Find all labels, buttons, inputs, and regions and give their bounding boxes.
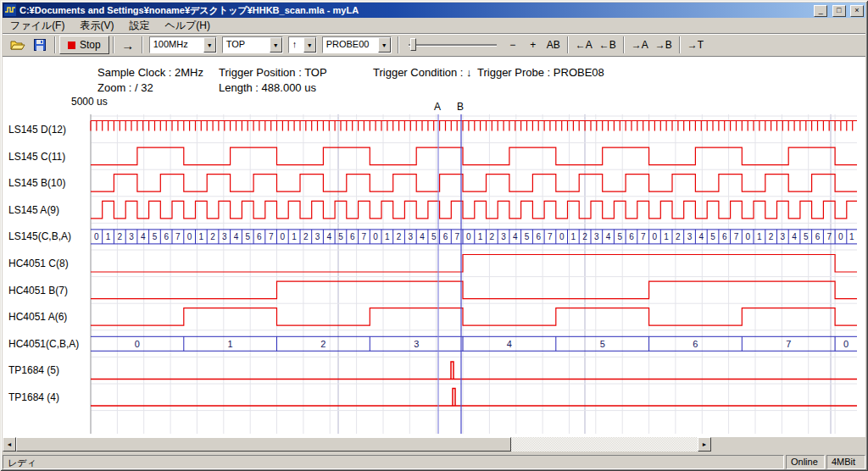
toolbar-separator <box>113 36 114 53</box>
menubar: ファイル(F) 表示(V) 設定 ヘルプ(H) <box>3 18 865 34</box>
goto-trigger-button[interactable]: →T <box>684 36 707 54</box>
goto-b-left-button[interactable]: ←B <box>596 36 620 54</box>
trigger-position-info: Trigger Position : TOP <box>219 66 327 79</box>
zoom-out-button[interactable]: − <box>503 36 523 54</box>
toolbar: Stop → 100MHz ▼ TOP ▼ ↑ ▼ PROBE00 ▼ − + … <box>3 34 865 57</box>
chevron-down-icon[interactable]: ▼ <box>303 37 316 53</box>
goto-a-right-button[interactable]: →A <box>628 36 652 54</box>
app-window: C:¥Documents and Settings¥noname¥デスクトップ¥… <box>0 0 868 471</box>
time-scale-label: 5000 us <box>71 96 108 108</box>
close-button[interactable]: × <box>850 5 864 17</box>
zoom-slider-track <box>409 44 497 46</box>
zoom-info: Zoom : / 32 <box>97 81 153 94</box>
goto-a-left-button[interactable]: ←A <box>572 36 596 54</box>
status-text: レディ <box>3 455 784 469</box>
run-button[interactable]: → <box>118 36 138 54</box>
sample-clock-select[interactable]: 100MHz ▼ <box>149 36 217 53</box>
open-file-button[interactable] <box>7 36 29 54</box>
channel-label: HC4051(C,B,A) <box>8 338 79 350</box>
menu-help[interactable]: ヘルプ(H) <box>157 17 218 35</box>
statusbar: レディ Online 4MBit <box>3 455 865 469</box>
maximize-button[interactable]: □ <box>832 5 846 17</box>
waveform-panel <box>3 57 865 437</box>
zoom-in-button[interactable]: + <box>523 36 543 54</box>
stop-button[interactable]: Stop <box>59 36 109 54</box>
toolbar-separator <box>398 36 399 53</box>
channel-label: LS145 B(10) <box>8 177 65 189</box>
window-title: C:¥Documents and Settings¥noname¥デスクトップ¥… <box>19 4 812 17</box>
trigger-probe-value: PROBE00 <box>323 37 378 53</box>
save-button[interactable] <box>29 36 51 54</box>
channel-label: HC4051 A(6) <box>8 311 67 323</box>
scrollbar-thumb[interactable] <box>16 437 511 452</box>
stop-button-label: Stop <box>80 39 101 51</box>
channel-label: HC4051 B(7) <box>8 285 68 296</box>
menu-settings[interactable]: 設定 <box>121 17 157 35</box>
channel-label: LS145 C(11) <box>8 151 65 163</box>
chevron-down-icon[interactable]: ▼ <box>270 37 282 53</box>
channel-label: LS145 D(12) <box>8 124 66 136</box>
chevron-down-icon[interactable]: ▼ <box>203 37 216 53</box>
trigger-edge-select[interactable]: ↑ ▼ <box>288 36 317 53</box>
window-controls: _ □ × <box>812 3 864 17</box>
channel-label: TP1684 (5) <box>8 364 59 376</box>
ab-range-button[interactable]: AB <box>543 36 564 54</box>
menu-file[interactable]: ファイル(F) <box>3 17 72 35</box>
toolbar-separator <box>142 36 143 53</box>
trigger-probe-info: Trigger Probe : PROBE08 <box>477 66 604 79</box>
zoom-slider[interactable] <box>409 36 497 53</box>
trigger-position-select[interactable]: TOP ▼ <box>222 36 283 53</box>
app-icon <box>4 4 16 16</box>
toolbar-separator <box>623 36 625 53</box>
status-memory: 4MBit <box>826 455 865 469</box>
floppy-icon <box>34 39 46 51</box>
status-online: Online <box>786 455 825 469</box>
goto-b-right-button[interactable]: →B <box>652 36 676 54</box>
sample-clock-value: 100MHz <box>150 37 203 53</box>
titlebar: C:¥Documents and Settings¥noname¥デスクトップ¥… <box>3 3 865 18</box>
chevron-down-icon[interactable]: ▼ <box>378 37 391 53</box>
channel-label: TP1684 (4) <box>8 391 59 403</box>
toolbar-separator <box>679 36 681 53</box>
minimize-button[interactable]: _ <box>814 5 827 17</box>
cursor-b-label[interactable]: B <box>457 101 464 113</box>
scroll-right-button[interactable]: ► <box>698 437 711 452</box>
channel-label: LS145(C,B,A) <box>8 230 71 242</box>
trigger-edge-value: ↑ <box>289 37 303 53</box>
zoom-slider-handle[interactable] <box>410 38 416 51</box>
trigger-condition-info: Trigger Condition : ↓ <box>373 66 472 79</box>
horizontal-scrollbar[interactable]: ◄ ► <box>3 437 711 452</box>
menu-view[interactable]: 表示(V) <box>72 17 121 35</box>
trigger-probe-select[interactable]: PROBE00 ▼ <box>322 36 392 53</box>
trigger-position-value: TOP <box>223 37 270 53</box>
toolbar-separator <box>54 36 56 53</box>
stop-icon <box>68 42 75 49</box>
sample-clock-info: Sample Clock : 2MHz <box>97 66 203 79</box>
channel-label: HC4051 C(8) <box>8 258 69 269</box>
length-info: Length : 488.000 us <box>219 81 316 94</box>
channel-label: LS145 A(9) <box>8 204 59 216</box>
toolbar-separator <box>567 36 569 53</box>
open-folder-icon <box>10 39 25 51</box>
scroll-left-button[interactable]: ◄ <box>3 437 16 452</box>
cursor-a-label[interactable]: A <box>434 101 441 113</box>
